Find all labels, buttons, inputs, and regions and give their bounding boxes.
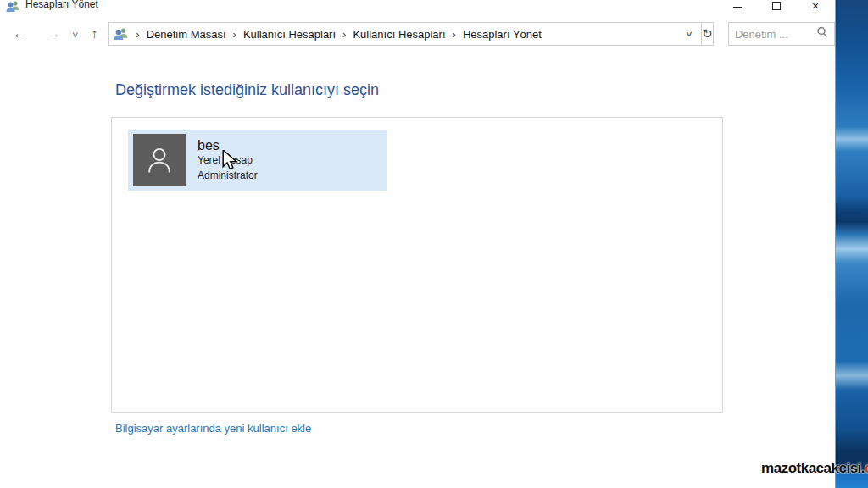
minimize-button[interactable] [718, 0, 757, 15]
user-name: bes [198, 137, 258, 153]
user-info: bes Yerel Hesap Administrator [198, 137, 258, 183]
back-arrow-icon: ← [13, 25, 27, 42]
back-button[interactable]: ← [13, 25, 27, 42]
user-tile-bes[interactable]: bes Yerel Hesap Administrator [128, 130, 387, 191]
desktop-wallpaper [835, 0, 868, 488]
chevron-down-icon: ∨ [71, 30, 80, 39]
breadcrumb-control-panel[interactable]: Denetim Masası [147, 28, 226, 41]
breadcrumb-separator: › [129, 28, 146, 41]
user-list-panel: bes Yerel Hesap Administrator [111, 117, 723, 413]
close-icon: × [812, 0, 819, 12]
add-user-link[interactable]: Bilgisayar ayarlarında yeni kullanıcı ek… [115, 422, 311, 435]
breadcrumb-separator: › [226, 28, 243, 41]
navigation-bar: ← → ∨ ↑ › Denetim Masası › Kullanıcı Hes… [0, 19, 835, 51]
forward-button[interactable]: → [47, 25, 61, 42]
address-dropdown-button[interactable]: ∨ [674, 30, 704, 38]
search-box[interactable] [728, 22, 835, 46]
breadcrumb-separator: › [336, 28, 353, 41]
close-button[interactable]: × [796, 0, 835, 15]
breadcrumb-manage-accounts[interactable]: Hesapları Yönet [463, 28, 542, 41]
watermark-black: mazotkacakcisi. [761, 460, 865, 476]
window-title: Hesapları Yönet [25, 0, 98, 10]
breadcrumb-separator: › [446, 28, 463, 41]
up-arrow-icon: ↑ [91, 26, 97, 41]
user-avatar-icon [133, 134, 186, 186]
maximize-icon [772, 2, 781, 10]
screen: Hesapları Yönet × ← → ∨ ↑ [0, 0, 868, 488]
watermark-red: c [865, 460, 868, 476]
breadcrumb-user-accounts-2[interactable]: Kullanıcı Hesapları [353, 28, 445, 41]
forward-arrow-icon: → [47, 25, 61, 42]
maximize-button[interactable] [757, 0, 796, 15]
search-icon[interactable] [816, 26, 828, 42]
manage-accounts-window: Hesapları Yönet × ← → ∨ ↑ [0, 0, 836, 488]
user-accounts-icon [114, 27, 129, 41]
user-accounts-icon [6, 0, 20, 13]
user-role: Administrator [198, 169, 258, 183]
address-bar[interactable]: › Denetim Masası › Kullanıcı Hesapları ›… [108, 22, 702, 46]
watermark: mazotkacakcisi.c [761, 460, 868, 477]
caption-buttons: × [718, 0, 835, 15]
titlebar: Hesapları Yönet × [0, 0, 835, 19]
page-title: Değiştirmek istediğiniz kullanıcıyı seçi… [115, 81, 835, 99]
minimize-icon [733, 0, 742, 8]
user-account-type: Yerel Hesap [198, 153, 258, 168]
recent-locations-button[interactable]: ∨ [71, 30, 80, 39]
search-input[interactable] [735, 28, 813, 41]
up-button[interactable]: ↑ [91, 26, 97, 42]
breadcrumb-user-accounts[interactable]: Kullanıcı Hesapları [243, 28, 336, 41]
chevron-down-icon: ∨ [685, 30, 693, 38]
